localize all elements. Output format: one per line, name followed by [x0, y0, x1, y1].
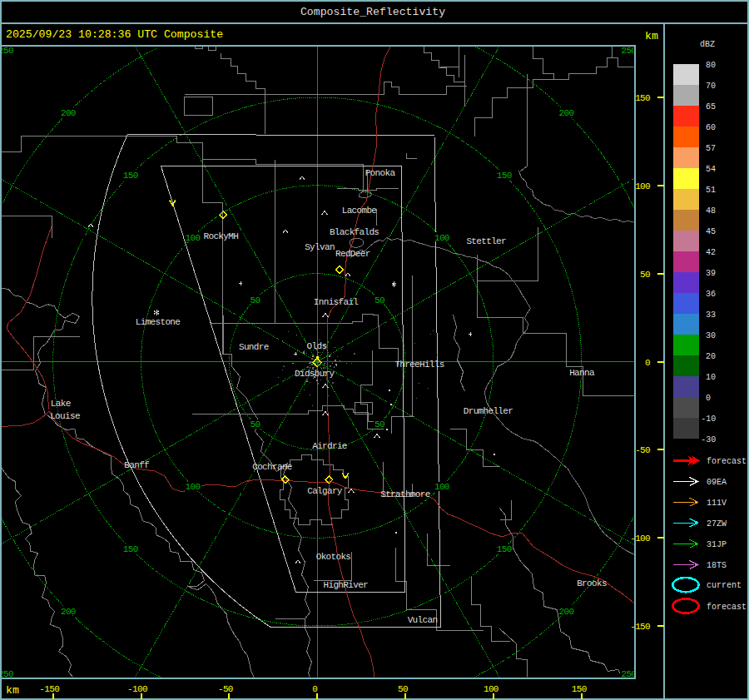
svg-text:km: km: [645, 30, 658, 42]
svg-text:200: 200: [61, 607, 76, 617]
svg-text:100: 100: [186, 482, 201, 492]
svg-text:RockyMH: RockyMH: [204, 231, 239, 241]
svg-text:km: km: [6, 684, 19, 697]
svg-text:50: 50: [398, 684, 408, 694]
svg-text:Limestone: Limestone: [136, 317, 181, 327]
svg-text:33: 33: [706, 310, 716, 320]
svg-text:Olds: Olds: [307, 341, 327, 351]
svg-text:200: 200: [559, 607, 574, 617]
svg-text:-50: -50: [635, 445, 650, 455]
svg-text:Sundre: Sundre: [239, 342, 269, 352]
svg-text:50: 50: [250, 420, 260, 429]
svg-text:42: 42: [706, 248, 716, 257]
svg-text:150: 150: [123, 171, 138, 181]
svg-text:57: 57: [706, 144, 716, 153]
svg-text:48: 48: [706, 206, 716, 216]
svg-text:Vulcan: Vulcan: [408, 615, 438, 625]
svg-text:Cochrane: Cochrane: [252, 462, 292, 472]
svg-text:Stettler: Stettler: [466, 236, 506, 246]
svg-text:-10: -10: [701, 415, 716, 424]
svg-text:150: 150: [635, 93, 650, 103]
svg-text:Sylvan: Sylvan: [305, 242, 335, 252]
svg-text:54: 54: [706, 165, 716, 174]
svg-text:-100: -100: [127, 684, 147, 694]
svg-text:60: 60: [706, 123, 716, 132]
svg-text:39: 39: [706, 269, 716, 278]
svg-text:ThreeHills: ThreeHills: [394, 360, 444, 370]
svg-text:18TS: 18TS: [707, 561, 727, 570]
svg-text:Blackfalds: Blackfalds: [330, 227, 379, 237]
svg-text:Airdrie: Airdrie: [312, 441, 347, 451]
svg-text:-30: -30: [701, 435, 716, 444]
svg-text:forecast: forecast: [707, 603, 747, 612]
svg-text:0: 0: [312, 684, 317, 694]
svg-text:100: 100: [635, 181, 650, 191]
svg-text:Drumheller: Drumheller: [464, 406, 513, 416]
svg-text:20: 20: [706, 352, 716, 361]
svg-text:150: 150: [497, 171, 512, 181]
svg-text:70: 70: [706, 82, 716, 91]
svg-text:09EA: 09EA: [707, 478, 727, 487]
svg-text:200: 200: [61, 108, 76, 118]
svg-text:51: 51: [706, 186, 716, 195]
svg-text:Strathmore: Strathmore: [380, 489, 429, 499]
svg-text:100: 100: [434, 482, 449, 492]
svg-text:Innisfail: Innisfail: [314, 297, 359, 307]
svg-text:30: 30: [706, 331, 716, 340]
svg-text:100: 100: [484, 684, 499, 694]
svg-text:250: 250: [0, 46, 13, 56]
svg-text:Ponoka: Ponoka: [365, 168, 396, 178]
svg-text:10: 10: [706, 373, 716, 382]
svg-text:45: 45: [706, 227, 716, 236]
svg-text:Banff: Banff: [124, 460, 149, 470]
svg-text:Okotoks: Okotoks: [316, 552, 351, 562]
svg-text:31JP: 31JP: [707, 540, 727, 549]
svg-text:150: 150: [123, 544, 138, 554]
svg-text:150: 150: [497, 544, 512, 554]
svg-text:100: 100: [434, 233, 449, 243]
svg-text:80: 80: [706, 61, 716, 70]
svg-text:27ZW: 27ZW: [707, 519, 727, 529]
svg-text:Hanna: Hanna: [569, 368, 595, 378]
svg-text:Calgary: Calgary: [307, 486, 343, 496]
svg-text:0: 0: [645, 358, 650, 368]
svg-text:Brooks: Brooks: [577, 578, 607, 588]
svg-text:Lake: Lake: [51, 399, 71, 409]
svg-text:150: 150: [572, 684, 587, 694]
svg-text:RedDeer: RedDeer: [335, 249, 370, 259]
svg-text:Didsbury: Didsbury: [295, 369, 335, 379]
svg-text:-150: -150: [630, 622, 650, 632]
svg-text:current: current: [707, 581, 742, 590]
svg-text:100: 100: [186, 233, 201, 243]
svg-text:forecast: forecast: [707, 457, 747, 466]
svg-text:dBZ: dBZ: [700, 40, 715, 49]
svg-text:200: 200: [559, 108, 574, 118]
svg-text:50: 50: [374, 295, 384, 305]
svg-text:HighRiver: HighRiver: [324, 580, 369, 590]
svg-text:-100: -100: [630, 534, 650, 544]
svg-text:2025/09/23 10:28:36 UTC Compos: 2025/09/23 10:28:36 UTC Composite: [6, 28, 223, 41]
svg-text:111V: 111V: [707, 499, 727, 508]
svg-text:Lacombe: Lacombe: [342, 206, 377, 216]
svg-text:36: 36: [706, 290, 716, 299]
svg-text:-50: -50: [218, 684, 233, 694]
svg-text:50: 50: [250, 295, 260, 305]
svg-text:65: 65: [706, 102, 716, 112]
svg-text:Composite_Reflectivity: Composite_Reflectivity: [300, 6, 445, 18]
svg-text:0: 0: [706, 394, 711, 403]
svg-text:50: 50: [374, 420, 384, 429]
svg-text:Louise: Louise: [50, 411, 80, 421]
svg-text:-150: -150: [39, 684, 59, 694]
svg-text:50: 50: [640, 270, 650, 280]
